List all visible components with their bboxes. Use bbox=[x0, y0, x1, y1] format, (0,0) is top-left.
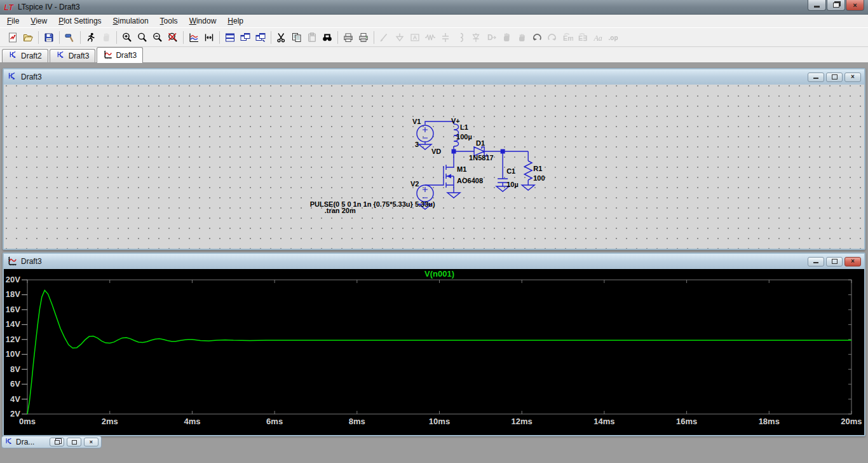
component-value[interactable]: 10µ bbox=[506, 181, 519, 188]
resistor-icon[interactable] bbox=[423, 30, 438, 45]
schematic-canvas[interactable]: V1 3 V+ L1 100µ VD D1 1N5817 M1 AO6408 V… bbox=[4, 85, 864, 249]
resistor-R1 bbox=[524, 161, 532, 185]
waveform-plot-area[interactable]: 0ms2ms4ms6ms8ms10ms12ms14ms16ms18ms20ms2… bbox=[4, 269, 864, 435]
print-icon[interactable] bbox=[356, 30, 371, 45]
node-square-out bbox=[501, 149, 505, 154]
trace-legend-label[interactable]: V(n001) bbox=[424, 269, 454, 279]
wire-icon[interactable] bbox=[377, 30, 392, 45]
waveform-window-titlebar[interactable]: Draft3 × bbox=[4, 254, 864, 269]
toolbar-separator bbox=[337, 31, 338, 44]
minimized-close-button[interactable]: × bbox=[84, 438, 98, 446]
ground-icon[interactable] bbox=[392, 30, 407, 45]
component-value[interactable]: 3 bbox=[415, 141, 419, 148]
minimized-maximize-button[interactable] bbox=[67, 438, 81, 446]
autorange-plot-icon[interactable] bbox=[186, 30, 201, 45]
minimized-window[interactable]: Dra... × bbox=[1, 436, 102, 448]
menu-item-view[interactable]: View bbox=[25, 15, 53, 27]
control-panel-icon[interactable] bbox=[62, 30, 78, 45]
tab-draft3-1[interactable]: Draft3 bbox=[50, 49, 96, 62]
component-label[interactable]: V1 bbox=[412, 118, 421, 125]
window-controls: × bbox=[808, 0, 864, 11]
restore-icon bbox=[55, 440, 60, 445]
component-label[interactable]: R1 bbox=[533, 165, 542, 172]
tile-vertical-icon[interactable] bbox=[238, 30, 253, 45]
schematic-close-button[interactable]: × bbox=[844, 73, 861, 82]
menu-item-file[interactable]: File bbox=[1, 15, 25, 27]
component-label[interactable]: M1 bbox=[457, 165, 466, 173]
plot-border bbox=[27, 280, 851, 414]
diode-icon[interactable] bbox=[468, 30, 484, 45]
component-label[interactable]: L1 bbox=[460, 123, 468, 131]
schematic-window-controls: × bbox=[808, 73, 861, 82]
cut-icon[interactable] bbox=[274, 30, 289, 45]
drag-icon[interactable] bbox=[514, 30, 529, 45]
tab-label: Draft3 bbox=[69, 52, 90, 60]
y-tick-label: 16V bbox=[6, 305, 20, 314]
waveform-minimize-button[interactable] bbox=[808, 257, 824, 266]
text-icon[interactable]: Aa bbox=[590, 30, 606, 45]
pan-axes-icon[interactable] bbox=[201, 30, 217, 45]
menu-item-plot-settings[interactable]: Plot Settings bbox=[53, 15, 107, 27]
minimize-button[interactable] bbox=[808, 0, 826, 11]
trace-v-n001[interactable] bbox=[27, 290, 851, 414]
move-icon[interactable] bbox=[499, 30, 514, 45]
schematic-window-titlebar[interactable]: Draft3 × bbox=[4, 69, 864, 85]
net-label-vd[interactable]: VD bbox=[431, 148, 441, 155]
component-label[interactable]: V2 bbox=[410, 180, 419, 188]
mirror-icon[interactable]: E∃ bbox=[575, 30, 590, 45]
paste-icon[interactable] bbox=[304, 30, 320, 45]
menu-item-window[interactable]: Window bbox=[184, 15, 222, 27]
toolbar-separator bbox=[271, 31, 271, 44]
tile-horizontal-icon[interactable] bbox=[222, 30, 238, 45]
component-label[interactable]: D1 bbox=[476, 139, 485, 147]
waveform-close-button[interactable]: × bbox=[844, 257, 861, 266]
rotate-icon[interactable]: Em bbox=[560, 30, 575, 45]
print-setup-icon[interactable] bbox=[341, 30, 356, 45]
schematic-window: Draft3 × bbox=[3, 68, 865, 250]
redo-icon[interactable] bbox=[545, 30, 560, 45]
waveform-restore-button[interactable] bbox=[826, 257, 843, 266]
menu-item-tools[interactable]: Tools bbox=[154, 15, 184, 27]
minimize-icon bbox=[813, 262, 818, 263]
spice-directive-icon[interactable]: .op bbox=[606, 30, 621, 45]
component-value[interactable]: 100µ bbox=[456, 133, 472, 141]
zoom-in-icon[interactable] bbox=[119, 30, 135, 45]
menu-item-help[interactable]: Help bbox=[222, 15, 249, 27]
tab-draft2-0[interactable]: Draft2 bbox=[2, 49, 48, 62]
schematic-doc-icon bbox=[7, 71, 17, 83]
toolbar-separator bbox=[80, 31, 81, 44]
x-tick-label: 10ms bbox=[429, 417, 450, 426]
component-label[interactable]: C1 bbox=[506, 167, 515, 175]
svg-text:Aa: Aa bbox=[593, 33, 602, 42]
minimized-restore-button[interactable] bbox=[50, 438, 64, 446]
open-icon[interactable] bbox=[20, 30, 36, 45]
component-value[interactable]: 1N5817 bbox=[469, 154, 494, 162]
tran-directive[interactable]: .tran 20m bbox=[325, 207, 356, 214]
run-icon[interactable] bbox=[83, 30, 98, 45]
save-icon[interactable] bbox=[41, 30, 57, 45]
zoom-out-icon[interactable] bbox=[150, 30, 165, 45]
copy-icon[interactable] bbox=[289, 30, 304, 45]
schematic-minimize-button[interactable] bbox=[808, 73, 824, 82]
tab-draft3-2[interactable]: Draft3 bbox=[97, 47, 143, 63]
menu-item-simulation[interactable]: Simulation bbox=[107, 15, 154, 27]
capacitor-icon[interactable] bbox=[438, 30, 453, 45]
x-tick-label: 20ms bbox=[841, 417, 862, 426]
component-icon[interactable]: D bbox=[484, 30, 499, 45]
halt-icon[interactable] bbox=[98, 30, 114, 45]
find-icon[interactable] bbox=[320, 30, 335, 45]
undo-icon[interactable] bbox=[529, 30, 545, 45]
restore-button[interactable] bbox=[827, 0, 845, 11]
close-button[interactable]: × bbox=[846, 0, 864, 11]
schematic-restore-button[interactable] bbox=[826, 73, 843, 82]
toolbar-separator bbox=[59, 31, 60, 44]
component-value[interactable]: 100 bbox=[533, 174, 545, 182]
net-label-vplus[interactable]: V+ bbox=[451, 117, 460, 125]
cascade-windows-icon[interactable] bbox=[253, 30, 268, 45]
zoom-fit-icon[interactable] bbox=[135, 30, 150, 45]
component-value[interactable]: AO6408 bbox=[457, 177, 483, 184]
net-label-icon[interactable]: A bbox=[407, 30, 423, 45]
inductor-icon[interactable] bbox=[453, 30, 468, 45]
zoom-extents-icon[interactable] bbox=[165, 30, 180, 45]
new-schematic-icon[interactable] bbox=[5, 30, 20, 45]
